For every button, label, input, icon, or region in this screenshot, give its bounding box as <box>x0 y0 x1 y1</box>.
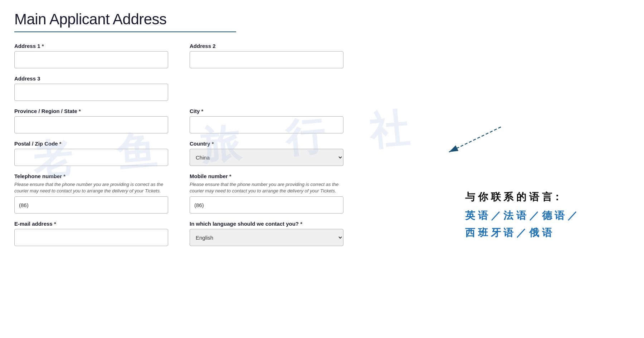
address-row-2: Address 3 <box>14 75 630 101</box>
city-label: City * <box>190 108 343 114</box>
country-label: Country * <box>190 141 343 147</box>
email-input[interactable] <box>14 229 168 246</box>
address1-input[interactable] <box>14 51 168 68</box>
address2-label: Address 2 <box>190 43 343 49</box>
address3-label: Address 3 <box>14 75 168 82</box>
language-group: In which language should we contact you?… <box>190 221 343 246</box>
province-city-row: Province / Region / State * City * <box>14 108 630 133</box>
email-group: E-mail address * <box>14 221 168 246</box>
postal-country-row: Postal / Zip Code * Country * Afghanista… <box>14 141 630 166</box>
address1-label: Address 1 * <box>14 43 168 49</box>
province-label: Province / Region / State * <box>14 108 168 114</box>
phone-row: Telephone number * Please ensure that th… <box>14 173 630 214</box>
province-group: Province / Region / State * <box>14 108 168 133</box>
country-select[interactable]: Afghanistan Albania Algeria China France… <box>190 149 343 166</box>
address3-input[interactable] <box>14 84 168 101</box>
address3-group: Address 3 <box>14 75 168 101</box>
email-label: E-mail address * <box>14 221 168 227</box>
country-group: Country * Afghanistan Albania Algeria Ch… <box>190 141 343 166</box>
city-input[interactable] <box>190 116 343 133</box>
telephone-hint: Please ensure that the phone number you … <box>14 181 168 194</box>
mobile-input[interactable] <box>190 196 343 214</box>
telephone-input[interactable] <box>14 196 168 214</box>
telephone-label: Telephone number * <box>14 173 168 179</box>
address1-group: Address 1 * <box>14 43 168 68</box>
language-label: In which language should we contact you?… <box>190 221 343 227</box>
city-group: City * <box>190 108 343 133</box>
address2-group: Address 2 <box>190 43 343 68</box>
email-language-row: E-mail address * In which language shoul… <box>14 221 630 246</box>
postal-code-label: Postal / Zip Code * <box>14 141 168 147</box>
language-select[interactable]: English French German Spanish Russian <box>190 229 343 246</box>
address-row-1: Address 1 * Address 2 <box>14 43 630 68</box>
postal-code-input[interactable] <box>14 149 168 166</box>
mobile-label: Mobile number * <box>190 173 343 179</box>
mobile-hint: Please ensure that the phone number you … <box>190 181 343 194</box>
mobile-group: Mobile number * Please ensure that the p… <box>190 173 343 214</box>
province-input[interactable] <box>14 116 168 133</box>
address2-input[interactable] <box>190 51 343 68</box>
postal-code-group: Postal / Zip Code * <box>14 141 168 166</box>
page-title: Main Applicant Address <box>14 11 630 28</box>
telephone-group: Telephone number * Please ensure that th… <box>14 173 168 214</box>
title-divider <box>14 31 236 32</box>
